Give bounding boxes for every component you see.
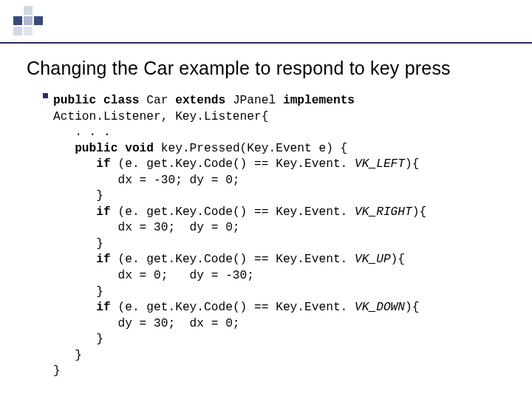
- txt: }: [96, 189, 103, 202]
- txt: JPanel: [233, 94, 276, 107]
- const-vkup: VK_UP: [355, 253, 391, 266]
- txt: ){: [405, 301, 419, 314]
- kw-if: if: [96, 205, 110, 219]
- txt: dx = 0; dy = -30;: [117, 269, 254, 282]
- code-block: public class Car extends JPanel implemen…: [53, 93, 514, 380]
- txt: ){: [391, 253, 405, 266]
- bullet-icon: [43, 93, 48, 98]
- txt: }: [96, 285, 103, 299]
- txt: }: [96, 332, 103, 346]
- txt: }: [75, 349, 82, 362]
- txt: Car: [146, 94, 168, 107]
- const-vkright: VK_RIGHT: [355, 205, 412, 219]
- txt: ){: [412, 205, 426, 219]
- txt: (e. get.Key.Code() == Key.Event.: [117, 157, 355, 171]
- txt: dy = 30; dx = 0;: [117, 317, 239, 330]
- corner-decoration: [13, 6, 43, 35]
- kw-class: class: [103, 94, 140, 107]
- kw-if: if: [96, 301, 110, 314]
- txt: Action.Listener, Key.Listener{: [53, 110, 268, 123]
- txt: }: [53, 364, 61, 378]
- const-vkleft: VK_LEFT: [355, 157, 405, 171]
- kw-extends: extends: [175, 94, 225, 107]
- txt: . . .: [75, 126, 111, 139]
- txt: (e. get.Key.Code() == Key.Event.: [117, 301, 355, 314]
- txt: (e. get.Key.Code() == Key.Event.: [117, 253, 355, 266]
- txt: key.Pressed(Key.Event e) {: [161, 142, 348, 155]
- txt: (e. get.Key.Code() == Key.Event.: [117, 205, 355, 219]
- kw-if: if: [96, 253, 110, 266]
- kw-public: public: [53, 94, 96, 107]
- kw-public: public: [75, 142, 117, 155]
- kw-if: if: [96, 157, 110, 171]
- txt: }: [96, 237, 103, 250]
- kw-void: void: [125, 142, 154, 155]
- const-vkdown: VK_DOWN: [355, 301, 405, 314]
- slide-title: Changing the Car example to respond to k…: [27, 58, 517, 79]
- txt: dx = -30; dy = 0;: [117, 174, 239, 187]
- kw-implements: implements: [283, 94, 355, 107]
- txt: dx = 30; dy = 0;: [117, 221, 239, 234]
- divider: [0, 42, 532, 44]
- txt: ){: [405, 157, 419, 171]
- slide: Changing the Car example to respond to k…: [0, 0, 532, 399]
